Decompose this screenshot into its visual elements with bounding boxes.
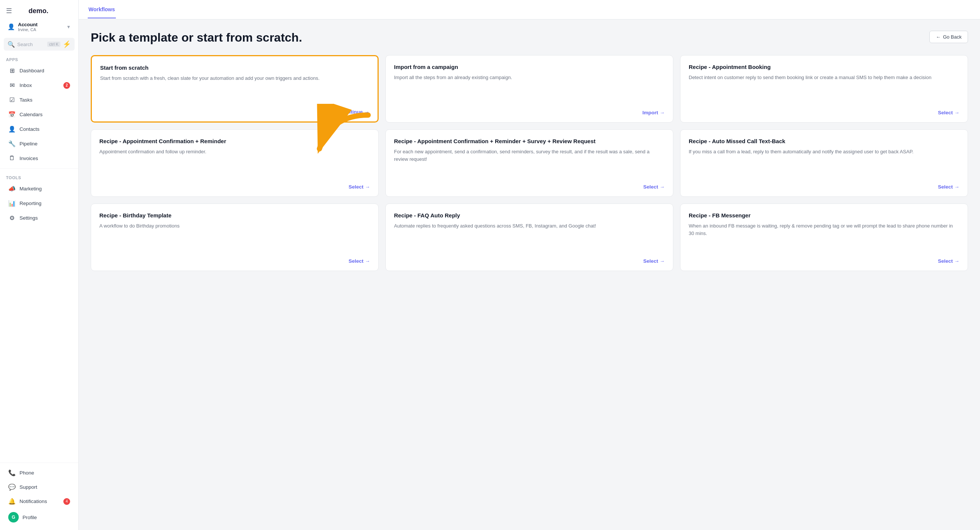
main-content: Workflows Pick a template or start from … <box>79 0 980 530</box>
template-card-auto-missed-call[interactable]: Recipe - Auto Missed Call Text-Back If y… <box>680 129 968 197</box>
search-bar[interactable]: 🔍 Search ctrl K ⚡ <box>4 38 75 51</box>
sidebar-item-support[interactable]: 💬 Support <box>2 480 76 494</box>
sidebar-item-pipeline[interactable]: 🔧 Pipeline <box>2 137 76 151</box>
card-title: Recipe - Auto Missed Call Text-Back <box>689 138 959 144</box>
card-action-select[interactable]: Select → <box>394 184 665 189</box>
card-description: If you miss a call from a lead, reply to… <box>689 148 959 177</box>
sidebar-item-contacts[interactable]: 👤 Contacts <box>2 122 76 136</box>
sidebar-item-label: Profile <box>22 515 37 520</box>
sidebar-divider-1 <box>0 168 78 169</box>
card-title: Recipe - Appointment Confirmation + Remi… <box>394 138 665 144</box>
sidebar: ☰ demo. 👤 Account Irvine, CA ▼ 🔍 Search … <box>0 0 79 530</box>
sidebar-item-dashboard[interactable]: ⊞ Dashboard <box>2 64 76 78</box>
template-card-faq-auto-reply[interactable]: Recipe - FAQ Auto Reply Automate replies… <box>385 204 673 271</box>
template-card-import-campaign[interactable]: Import from a campaign Import all the st… <box>385 55 673 123</box>
go-back-button[interactable]: ← Go Back <box>929 31 968 43</box>
template-card-appointment-booking[interactable]: Recipe - Appointment Booking Detect inte… <box>680 55 968 123</box>
select-label: Select <box>938 184 953 189</box>
avatar: G <box>8 512 19 522</box>
arrow-left-icon: ← <box>936 34 941 40</box>
card-title: Recipe - FB Messenger <box>689 212 959 218</box>
sidebar-item-invoices[interactable]: 🗒 Invoices <box>2 151 76 165</box>
logo-text: demo. <box>29 7 48 15</box>
sidebar-bottom: 📞 Phone 💬 Support 🔔 Notifications 4 G Pr… <box>0 460 78 530</box>
sidebar-item-label: Contacts <box>19 126 39 132</box>
account-name: Account <box>18 22 38 27</box>
account-icon: 👤 <box>8 23 15 30</box>
inbox-badge: 2 <box>64 82 70 89</box>
select-label: Select <box>348 258 364 264</box>
chevron-down-icon: ▼ <box>66 24 71 30</box>
template-card-appt-confirmation-reminder[interactable]: Recipe - Appointment Confirmation + Remi… <box>91 129 379 197</box>
card-description: For each new appointment, send a confirm… <box>394 148 665 177</box>
search-icon: 🔍 <box>8 41 15 48</box>
sidebar-item-label: Marketing <box>19 186 41 191</box>
page-title: Pick a template or start from scratch. <box>91 31 302 45</box>
card-action-select[interactable]: Select → <box>689 258 959 264</box>
sidebar-item-label: Notifications <box>19 498 47 504</box>
select-label: Select <box>348 184 364 189</box>
sidebar-item-phone[interactable]: 📞 Phone <box>2 466 76 480</box>
sidebar-item-label: Inbox <box>19 83 32 88</box>
sidebar-item-calendars[interactable]: 📅 Calendars <box>2 108 76 121</box>
template-card-birthday-template[interactable]: Recipe - Birthday Template A workflow to… <box>91 204 379 271</box>
card-action-select[interactable]: Select → <box>99 258 370 264</box>
sidebar-item-inbox[interactable]: ✉ Inbox 2 <box>2 78 76 92</box>
card-action-select[interactable]: Select → <box>99 184 370 189</box>
sidebar-item-notifications[interactable]: 🔔 Notifications 4 <box>2 494 76 508</box>
arrow-right-icon: → <box>365 258 371 264</box>
bolt-icon: ⚡ <box>63 40 71 48</box>
card-title: Recipe - Appointment Booking <box>689 64 959 70</box>
sidebar-item-label: Settings <box>19 215 38 221</box>
template-card-appt-confirmation-survey[interactable]: Recipe - Appointment Confirmation + Remi… <box>385 129 673 197</box>
grid-container: Start from scratch Start from scratch wi… <box>91 55 968 271</box>
arrow-right-icon: → <box>955 258 960 264</box>
select-label: Select <box>938 110 953 115</box>
sidebar-item-marketing[interactable]: 📣 Marketing <box>2 182 76 196</box>
arrow-right-icon: → <box>955 184 960 189</box>
card-description: When an inbound FB message is waiting, r… <box>689 222 959 251</box>
arrow-right-icon: → <box>955 110 960 115</box>
template-card-fb-messenger[interactable]: Recipe - FB Messenger When an inbound FB… <box>680 204 968 271</box>
account-details: Account Irvine, CA <box>18 22 38 32</box>
pipeline-icon: 🔧 <box>8 140 16 147</box>
template-card-start-from-scratch[interactable]: Start from scratch Start from scratch wi… <box>91 55 379 123</box>
tab-workflows[interactable]: Workflows <box>88 1 116 18</box>
card-action-select[interactable]: Select → <box>689 184 959 189</box>
select-label: Select <box>643 258 658 264</box>
card-description: A workflow to do Birthday promotions <box>99 222 370 251</box>
sidebar-item-label: Invoices <box>19 156 38 161</box>
calendars-icon: 📅 <box>8 111 16 118</box>
card-title: Recipe - FAQ Auto Reply <box>394 212 665 218</box>
marketing-icon: 📣 <box>8 185 16 192</box>
sidebar-divider-2 <box>0 463 78 463</box>
sidebar-item-label: Phone <box>19 470 34 476</box>
sidebar-item-settings[interactable]: ⚙ Settings <box>2 211 76 225</box>
arrow-right-icon: → <box>660 110 665 115</box>
apps-section-label: Apps <box>0 54 78 63</box>
account-selector[interactable]: 👤 Account Irvine, CA ▼ <box>2 19 76 35</box>
reporting-icon: 📊 <box>8 200 16 207</box>
contacts-icon: 👤 <box>8 126 16 133</box>
card-description: Detect intent on customer reply to send … <box>689 74 959 103</box>
content-area: Pick a template or start from scratch. ←… <box>79 19 980 530</box>
search-shortcut: ctrl K <box>47 41 60 47</box>
card-title: Recipe - Appointment Confirmation + Remi… <box>99 138 370 144</box>
sidebar-item-tasks[interactable]: ☑ Tasks <box>2 93 76 107</box>
tasks-icon: ☑ <box>8 96 16 103</box>
invoices-icon: 🗒 <box>8 155 16 162</box>
continue-label: Continue <box>341 109 363 115</box>
card-action-import[interactable]: Import → <box>394 110 665 115</box>
arrow-right-icon: → <box>660 258 665 264</box>
hamburger-icon[interactable]: ☰ <box>6 7 12 15</box>
sidebar-item-label: Support <box>19 484 37 490</box>
import-label: Import <box>643 110 658 115</box>
sidebar-item-profile[interactable]: G Profile <box>2 509 76 526</box>
card-action-select[interactable]: Select → <box>394 258 665 264</box>
card-action-select[interactable]: Select → <box>689 110 959 115</box>
card-description: Import all the steps from an already exi… <box>394 74 665 103</box>
phone-icon: 📞 <box>8 469 16 476</box>
sidebar-item-reporting[interactable]: 📊 Reporting <box>2 196 76 210</box>
card-action-continue[interactable]: Continue → <box>100 109 369 115</box>
card-description: Automate replies to frequently asked que… <box>394 222 665 251</box>
